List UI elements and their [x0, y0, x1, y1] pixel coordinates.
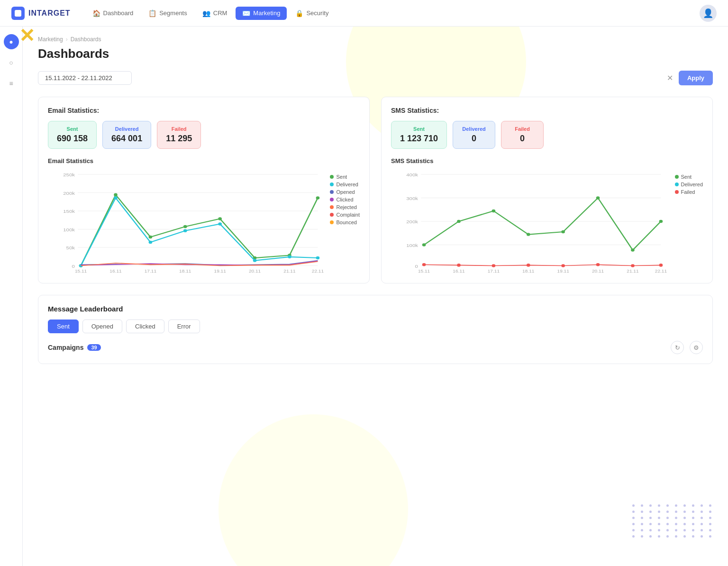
svg-point-31	[183, 229, 187, 233]
svg-point-33	[253, 259, 257, 262]
email-sent-value: 690 158	[57, 134, 88, 144]
main-content: Marketing › Dashboards Dashboards ✕ Appl…	[23, 27, 728, 566]
stats-grid: Email Statistics: Sent 690 158 Delivered…	[38, 97, 713, 283]
svg-text:15.11: 15.11	[418, 268, 430, 273]
email-chart-title: Email Statistics	[48, 157, 360, 164]
sms-legend-delivered-label: Delivered	[681, 182, 703, 187]
email-chart-legend: Sent Delivered Opened	[330, 174, 360, 225]
sms-sent-value: 1 123 710	[400, 134, 438, 144]
security-icon: 🔒	[295, 9, 303, 17]
sms-failed-label: Failed	[510, 126, 535, 132]
legend-opened: Opened	[330, 189, 360, 195]
svg-text:19.11: 19.11	[214, 268, 226, 273]
svg-point-21	[114, 193, 118, 197]
date-filter-row: ✕ Apply	[38, 71, 713, 85]
svg-text:150k: 150k	[63, 209, 75, 214]
nav-item-dashboard[interactable]: 🏠 Dashboard	[86, 7, 140, 20]
nav-item-segments[interactable]: 📋 Segments	[142, 7, 194, 20]
sms-stats-title: SMS Statistics:	[391, 107, 703, 114]
crm-icon: 👥	[202, 9, 210, 17]
email-failed-value: 11 295	[166, 134, 192, 144]
campaigns-count-badge: 39	[87, 344, 100, 351]
svg-point-60	[631, 248, 635, 252]
nav-item-marketing[interactable]: ✉️ Marketing	[236, 7, 287, 20]
sidebar: ● ○ ≡	[0, 27, 23, 566]
svg-point-54	[422, 243, 426, 246]
user-avatar[interactable]: 👤	[700, 5, 717, 22]
svg-text:18.11: 18.11	[179, 268, 191, 273]
svg-text:18.11: 18.11	[522, 268, 534, 273]
svg-text:17.11: 17.11	[145, 268, 156, 273]
legend-sent-label: Sent	[336, 174, 347, 180]
email-chart-svg: 250k 200k 150k 100k 50k 0 15.11 16.11 17…	[48, 169, 360, 274]
nav-segments-label: Segments	[159, 9, 187, 17]
svg-text:17.11: 17.11	[488, 268, 500, 273]
svg-point-67	[596, 263, 600, 266]
sms-chart-svg: 400k 300k 200k 100k 0 15.11 16.11 17.11 …	[391, 169, 703, 274]
svg-point-65	[527, 264, 530, 267]
segments-icon: 📋	[148, 9, 156, 17]
nav-item-security[interactable]: 🔒 Security	[289, 7, 335, 20]
apply-button[interactable]: Apply	[679, 71, 713, 85]
campaigns-header: Campaigns 39 ↻ ⚙	[48, 341, 703, 354]
top-nav: INTARGET 🏠 Dashboard 📋 Segments 👥 CRM ✉️…	[0, 0, 728, 27]
svg-point-66	[561, 264, 565, 267]
marketing-icon: ✉️	[242, 9, 250, 17]
svg-point-32	[218, 222, 222, 226]
nav-security-label: Security	[306, 9, 328, 17]
sms-delivered-value: 0	[462, 134, 486, 144]
svg-point-24	[218, 217, 222, 220]
svg-text:20.11: 20.11	[592, 268, 604, 273]
sms-sent-label: Sent	[400, 126, 438, 132]
breadcrumb-sep: ›	[66, 36, 68, 43]
svg-point-23	[183, 225, 187, 228]
nav-items: 🏠 Dashboard 📋 Segments 👥 CRM ✉️ Marketin…	[86, 7, 700, 20]
email-stats-title: Email Statistics:	[48, 107, 360, 114]
campaigns-label: Campaigns	[48, 344, 83, 351]
svg-text:19.11: 19.11	[557, 268, 569, 273]
date-range-input[interactable]	[38, 71, 132, 85]
sidebar-btn-3[interactable]: ≡	[4, 76, 19, 91]
filter-clear-icon[interactable]: ✕	[667, 73, 673, 82]
settings-button[interactable]: ⚙	[690, 341, 703, 354]
legend-delivered: Delivered	[330, 182, 360, 187]
legend-clicked: Clicked	[330, 197, 360, 202]
sms-stats-section: SMS Statistics: Sent 1 123 710 Delivered…	[381, 97, 713, 283]
tab-error[interactable]: Error	[168, 320, 200, 333]
svg-point-56	[492, 210, 496, 213]
svg-text:16.11: 16.11	[453, 268, 464, 273]
tab-opened[interactable]: Opened	[82, 320, 122, 333]
dashboard-icon: 🏠	[92, 9, 100, 17]
sms-delivered-badge: Delivered 0	[453, 121, 495, 149]
svg-text:100k: 100k	[406, 243, 418, 248]
svg-text:50k: 50k	[66, 245, 75, 250]
sms-failed-value: 0	[510, 134, 535, 144]
svg-point-30	[149, 241, 153, 244]
svg-point-62	[422, 263, 426, 266]
svg-text:16.11: 16.11	[109, 268, 121, 273]
leaderboard-title: Message Leaderboard	[48, 305, 703, 313]
svg-text:200k: 200k	[406, 219, 418, 224]
sms-failed-badge: Failed 0	[501, 121, 544, 149]
nav-item-crm[interactable]: 👥 CRM	[196, 7, 234, 20]
sms-sent-badge: Sent 1 123 710	[391, 121, 447, 149]
svg-point-27	[316, 196, 320, 200]
email-sent-badge: Sent 690 158	[48, 121, 97, 149]
sms-chart-title: SMS Statistics	[391, 157, 703, 164]
svg-point-68	[631, 264, 635, 267]
legend-rejected: Rejected	[330, 204, 360, 210]
sms-delivered-label: Delivered	[462, 126, 486, 132]
sms-legend-failed-label: Failed	[681, 189, 695, 195]
tab-sent[interactable]: Sent	[48, 320, 79, 333]
svg-text:250k: 250k	[63, 172, 75, 177]
close-icon: ✕	[19, 26, 35, 45]
email-sent-label: Sent	[57, 126, 88, 132]
email-chart-container: 250k 200k 150k 100k 50k 0 15.11 16.11 17…	[48, 169, 360, 274]
legend-bounced: Bounced	[330, 219, 360, 225]
breadcrumb-parent: Marketing	[38, 36, 63, 43]
sidebar-btn-1[interactable]: ●	[4, 34, 19, 49]
refresh-button[interactable]: ↻	[671, 341, 684, 354]
email-delivered-badge: Delivered 664 001	[102, 121, 151, 149]
tab-clicked[interactable]: Clicked	[126, 320, 164, 333]
sidebar-btn-2[interactable]: ○	[4, 55, 19, 70]
